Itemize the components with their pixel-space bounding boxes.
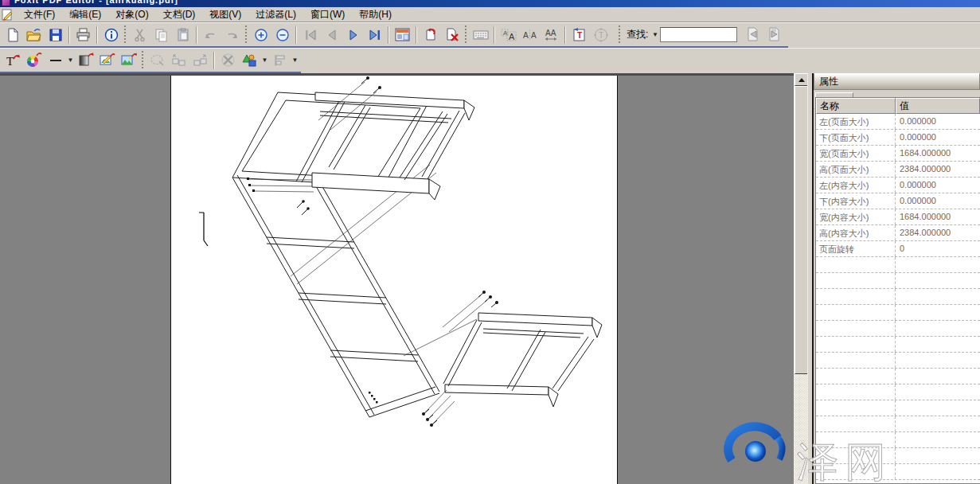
text-circle-icon: T <box>594 28 608 42</box>
group-icon <box>171 53 187 68</box>
scrollbar-thumb[interactable] <box>795 86 808 374</box>
svg-text:A: A <box>531 31 537 40</box>
align-objects-button[interactable] <box>269 50 291 71</box>
ungroup-objects-button[interactable] <box>189 50 211 71</box>
insert-shape-dropdown[interactable]: ▼ <box>260 52 269 69</box>
find-previous-button[interactable] <box>742 25 763 45</box>
empty-row <box>816 337 980 353</box>
empty-row <box>816 305 980 321</box>
line-style-dropdown[interactable]: ▼ <box>66 52 75 69</box>
menu-document[interactable]: 文档(D) <box>156 6 203 23</box>
document-info-button[interactable] <box>100 25 122 45</box>
rotate-page-button[interactable] <box>420 25 441 45</box>
delete-page-button[interactable] <box>441 25 463 45</box>
page-preview-button[interactable] <box>392 25 413 45</box>
align-objects-dropdown[interactable]: ▼ <box>291 52 299 69</box>
find-dropdown-caret[interactable]: ▼ <box>650 28 660 41</box>
property-row[interactable]: 高(页面大小) 2384.000000 <box>816 162 980 178</box>
separator <box>564 26 566 44</box>
previous-page-button[interactable] <box>321 25 342 45</box>
vertical-scrollbar[interactable] <box>794 73 807 484</box>
pdf-page[interactable] <box>170 76 618 484</box>
svg-text:T: T <box>599 31 603 40</box>
clipboard-icon <box>176 28 190 42</box>
scrollbar-up-button[interactable] <box>795 73 808 86</box>
info-icon <box>104 28 119 42</box>
insert-text-button[interactable]: T <box>568 25 590 45</box>
delete-object-button[interactable] <box>217 50 239 71</box>
band-gripper <box>244 25 248 45</box>
first-page-button[interactable] <box>299 25 321 45</box>
new-document-icon <box>6 28 20 42</box>
separator <box>494 26 495 44</box>
property-row[interactable]: 宽(页面大小) 1684.000000 <box>816 146 980 162</box>
insert-text-icon: T <box>572 28 587 42</box>
zoom-out-button[interactable] <box>271 25 293 45</box>
up-arrow-icon <box>798 78 805 82</box>
svg-text:T: T <box>6 55 14 68</box>
property-row[interactable]: 高(内容大小) 2384.000000 <box>816 225 980 241</box>
find-next-button[interactable] <box>763 25 785 45</box>
svg-text:A: A <box>509 32 515 41</box>
replace-image-icon <box>121 53 137 68</box>
save-button[interactable] <box>45 25 66 45</box>
font-size-icon: A A <box>501 28 517 41</box>
new-document-button[interactable] <box>2 25 23 45</box>
menu-help[interactable]: 帮助(H) <box>352 6 399 23</box>
next-page-icon <box>347 29 360 41</box>
document-menu-icon[interactable] <box>2 9 14 21</box>
empty-row <box>816 257 980 273</box>
empty-row <box>816 289 980 305</box>
text-circle-button[interactable]: T <box>590 25 611 45</box>
property-row[interactable]: 左(页面大小) 0.000000 <box>816 114 980 130</box>
property-row[interactable]: 左(内容大小) 0.000000 <box>816 178 980 193</box>
add-color-button[interactable] <box>23 50 45 71</box>
property-row[interactable]: 下(内容大小) 0.000000 <box>816 193 980 209</box>
horizontal-scale-button[interactable]: AA <box>541 25 562 45</box>
char-spacing-button[interactable]: AA <box>519 25 541 45</box>
rotate-page-icon <box>424 28 438 42</box>
group-objects-button[interactable] <box>168 50 189 71</box>
copy-pages-icon <box>154 28 169 42</box>
find-input[interactable] <box>660 27 737 42</box>
cut-button[interactable] <box>129 25 150 45</box>
lasso-select-button[interactable] <box>146 50 168 71</box>
paste-button[interactable] <box>172 25 193 45</box>
menu-window[interactable]: 窗口(W) <box>303 6 352 23</box>
redo-button[interactable] <box>221 25 243 45</box>
property-grid: 名称 值 左(页面大小) 0.000000 下(页面大小) 0.000000 宽… <box>815 97 980 484</box>
separator <box>213 52 215 69</box>
font-size-button[interactable]: A A <box>498 25 519 45</box>
edit-image-button[interactable] <box>96 50 118 71</box>
copy-button[interactable] <box>150 25 172 45</box>
next-page-button[interactable] <box>342 25 364 45</box>
empty-row <box>816 432 980 448</box>
menu-file[interactable]: 文件(F) <box>17 6 62 23</box>
document-canvas[interactable] <box>0 73 794 484</box>
virtual-keyboard-button[interactable] <box>470 25 491 45</box>
empty-row <box>816 448 980 464</box>
empty-row <box>816 416 980 432</box>
property-row[interactable]: 下(页面大小) 0.000000 <box>816 130 980 146</box>
zoom-in-button[interactable] <box>250 25 271 45</box>
open-file-button[interactable] <box>23 25 45 45</box>
menu-edit[interactable]: 编辑(E) <box>62 6 108 23</box>
add-text-button[interactable]: T <box>2 50 23 71</box>
menu-filter[interactable]: 过滤器(L) <box>248 6 303 23</box>
print-button[interactable] <box>72 25 94 45</box>
line-style-button[interactable] <box>45 50 66 71</box>
separator <box>196 26 197 44</box>
insert-shape-button[interactable] <box>239 50 260 71</box>
undo-button[interactable] <box>200 25 221 45</box>
previous-page-icon <box>326 29 338 41</box>
property-grid-header: 名称 值 <box>816 98 980 114</box>
last-page-button[interactable] <box>364 25 385 45</box>
ungroup-icon <box>193 53 209 68</box>
menu-object[interactable]: 对象(O) <box>108 6 155 23</box>
replace-image-button[interactable] <box>118 50 139 71</box>
menu-view[interactable]: 视图(V) <box>202 6 248 23</box>
property-row[interactable]: 页面旋转 0 <box>816 241 980 257</box>
property-row[interactable]: 宽(内容大小) 1684.000000 <box>816 209 980 225</box>
gradient-fill-button[interactable] <box>75 50 96 71</box>
empty-row <box>816 321 980 337</box>
